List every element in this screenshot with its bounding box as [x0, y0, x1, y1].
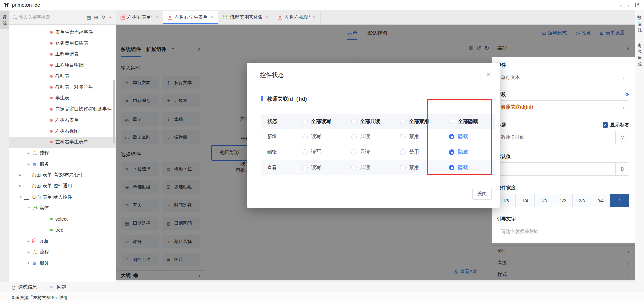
- field-select[interactable]: 教师关联id(tid): [497, 100, 629, 114]
- tree-item[interactable]: 实体: [9, 203, 116, 214]
- radio-icon[interactable]: [302, 165, 308, 170]
- document-tab[interactable]: 流程实例实体集: [218, 11, 273, 24]
- tree-item[interactable]: 教师表一对多学生: [9, 82, 116, 93]
- tree-item[interactable]: 流程: [9, 148, 116, 159]
- tree-item[interactable]: 左树右表单: [9, 115, 116, 126]
- search-input[interactable]: [19, 15, 84, 20]
- document-tab[interactable]: 左树右学生表单: [163, 11, 218, 24]
- radio-option[interactable]: 禁用: [397, 164, 446, 171]
- rail-tab[interactable]: 数据源: [635, 10, 644, 38]
- document-tab[interactable]: 左树右表单*: [116, 11, 163, 24]
- expand-arrow-icon[interactable]: [28, 207, 32, 210]
- dynamic-toggle-button[interactable]: D: [615, 163, 629, 175]
- tree-item[interactable]: 表单生命周起事件: [9, 27, 116, 38]
- tree-item[interactable]: 教师表: [9, 71, 116, 82]
- expand-arrow-icon[interactable]: [19, 184, 24, 187]
- expand-arrow-icon[interactable]: [28, 240, 32, 243]
- radio-icon[interactable]: [351, 149, 357, 155]
- tree-item[interactable]: 左树右学生表单: [9, 137, 116, 148]
- tree-item[interactable]: 工程申请表: [9, 49, 116, 60]
- radio-icon[interactable]: [351, 119, 357, 124]
- tree-item[interactable]: 工程项目明细: [9, 60, 116, 71]
- default-value-input[interactable]: [497, 163, 615, 175]
- radio-option[interactable]: 只读: [348, 164, 397, 171]
- radio-icon[interactable]: [400, 119, 406, 124]
- control-type-select[interactable]: 单行文本: [497, 71, 629, 84]
- tree-item[interactable]: 页面-表单-录入控件: [9, 191, 116, 203]
- refresh-field-icon[interactable]: [625, 92, 629, 97]
- radio-option[interactable]: 隐藏: [446, 133, 495, 140]
- radio-icon[interactable]: [400, 149, 406, 155]
- close-tab-icon[interactable]: [266, 15, 268, 20]
- rail-tab-resources[interactable]: 资源: [0, 11, 9, 29]
- expand-arrow-icon[interactable]: [19, 196, 24, 199]
- bottom-toolbar-item[interactable]: 调试信息: [11, 284, 37, 290]
- close-icon[interactable]: [487, 71, 490, 77]
- radio-icon[interactable]: [302, 119, 308, 124]
- radio-option-all[interactable]: 全部读写: [299, 118, 348, 125]
- document-tab[interactable]: 左树右视图*: [273, 11, 321, 24]
- variable-toggle-button[interactable]: V: [615, 131, 629, 144]
- radio-option[interactable]: 读写: [299, 149, 348, 155]
- explorer-action-icon[interactable]: [86, 15, 91, 20]
- tree-item[interactable]: 学生表: [9, 93, 116, 104]
- expand-arrow-icon[interactable]: [28, 261, 32, 264]
- tree-item[interactable]: select: [9, 214, 116, 225]
- radio-option[interactable]: 隐藏: [446, 164, 495, 171]
- close-button[interactable]: 关闭: [472, 188, 492, 200]
- radio-icon[interactable]: [351, 165, 357, 170]
- radio-icon[interactable]: [302, 134, 308, 139]
- tree-item[interactable]: 页面-表单-控件通用: [9, 181, 116, 192]
- checkbox-checked-icon[interactable]: [603, 122, 608, 128]
- close-tab-icon[interactable]: [313, 15, 315, 20]
- close-tab-icon[interactable]: [155, 15, 158, 20]
- radio-icon[interactable]: [449, 165, 454, 170]
- tree-item[interactable]: 页面: [9, 235, 116, 247]
- tree-item[interactable]: 页面-视图设置: [9, 268, 116, 270]
- expand-arrow-icon[interactable]: [28, 163, 32, 166]
- tree-item[interactable]: 自定义窗口操作按钮及事件: [9, 104, 116, 115]
- tree-item[interactable]: 财务费用归集表: [9, 38, 116, 49]
- nav-forward-icon[interactable]: ›: [628, 3, 629, 8]
- radio-option[interactable]: 只读: [348, 149, 397, 155]
- explorer-action-icon[interactable]: [101, 15, 106, 20]
- radio-option[interactable]: 只读: [348, 133, 397, 140]
- explorer-action-icon[interactable]: [94, 15, 98, 20]
- tree-item[interactable]: 服务: [9, 257, 116, 268]
- width-option[interactable]: 1: [610, 194, 629, 207]
- title-input[interactable]: [497, 131, 615, 144]
- width-option[interactable]: 1/3: [534, 194, 553, 207]
- expand-arrow-icon[interactable]: [28, 152, 32, 155]
- tree-scrollbar[interactable]: [113, 80, 115, 144]
- radio-option-all[interactable]: 全部禁用: [397, 118, 446, 125]
- rail-tab[interactable]: 离线资源: [635, 38, 644, 72]
- tree-item[interactable]: 服务: [9, 159, 116, 170]
- save-icon[interactable]: [635, 3, 640, 7]
- radio-option[interactable]: 读写: [299, 164, 348, 171]
- tree-item[interactable]: 左树右视图: [9, 126, 116, 137]
- show-label-checkbox-wrap[interactable]: 显示标签: [603, 122, 629, 128]
- radio-icon[interactable]: [449, 149, 454, 155]
- radio-option-all[interactable]: 全部只读: [348, 118, 397, 125]
- tree-item[interactable]: 流程: [9, 247, 116, 258]
- width-option[interactable]: 3/4: [591, 194, 610, 207]
- nav-back-icon[interactable]: ‹: [620, 3, 622, 8]
- radio-icon[interactable]: [449, 134, 454, 139]
- close-tab-icon[interactable]: [210, 15, 213, 20]
- radio-icon[interactable]: [400, 134, 406, 139]
- tree-item[interactable]: 页面-表单-高级/布局组件: [9, 170, 116, 181]
- radio-icon[interactable]: [351, 134, 357, 139]
- radio-option[interactable]: 读写: [299, 133, 348, 140]
- radio-icon[interactable]: [449, 119, 454, 124]
- bottom-toolbar-item[interactable]: 问题: [50, 284, 66, 290]
- expand-arrow-icon[interactable]: [28, 251, 32, 254]
- radio-icon[interactable]: [302, 149, 308, 155]
- radio-option[interactable]: 隐藏: [446, 149, 495, 155]
- guide-text-input[interactable]: [497, 225, 629, 238]
- radio-option[interactable]: 禁用: [397, 133, 446, 140]
- width-option[interactable]: 2/3: [572, 194, 591, 207]
- expand-arrow-icon[interactable]: [19, 174, 24, 177]
- explorer-action-icon[interactable]: [108, 15, 113, 20]
- radio-option-all[interactable]: 全部隐藏: [446, 118, 495, 125]
- radio-icon[interactable]: [400, 165, 406, 170]
